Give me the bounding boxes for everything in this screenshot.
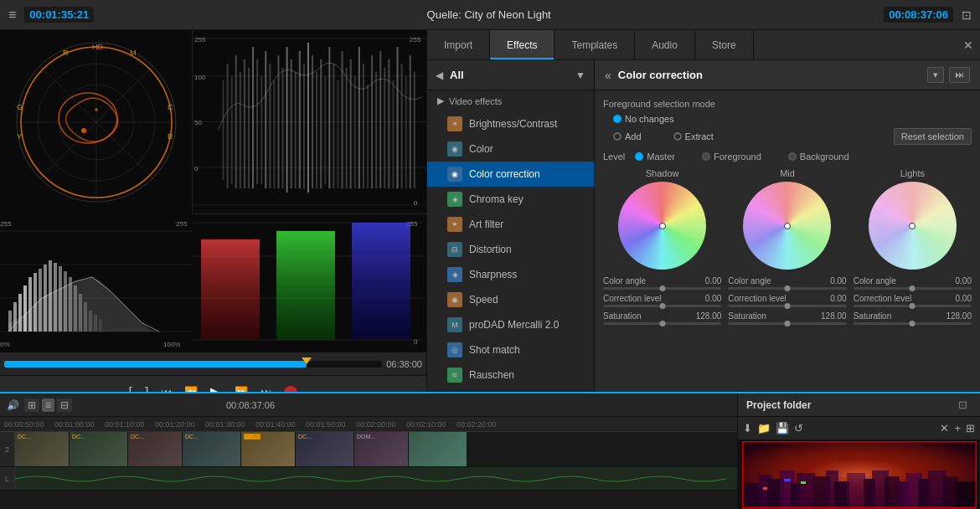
svg-rect-76 (414, 72, 415, 188)
mid-color-angle-slider[interactable] (728, 287, 846, 290)
back-button[interactable]: ◀ (436, 69, 443, 81)
clip-6[interactable]: DC... (296, 432, 354, 466)
timecode-left[interactable]: 00:01:35:21 (24, 7, 94, 23)
svg-rect-62 (354, 76, 356, 188)
svg-text:255: 255 (176, 220, 188, 228)
lights-angle-thumb (910, 285, 916, 291)
lights-correction-slider[interactable] (854, 305, 972, 307)
cc-skip-button[interactable]: ⏭ (949, 67, 970, 83)
view-grid-button[interactable]: ⊞ (24, 398, 39, 412)
mid-saturation-slider[interactable] (728, 322, 846, 325)
effect-item-shot-match[interactable]: ◎ Shot match (427, 337, 594, 362)
effect-item-speed[interactable]: ◉ Speed (427, 287, 594, 312)
shadow-saturation-slider[interactable] (603, 322, 721, 325)
tab-store[interactable]: Store (695, 30, 754, 59)
audio-icon[interactable]: 🔊 (7, 399, 19, 411)
svg-rect-98 (69, 277, 72, 332)
effect-item-chroma[interactable]: ◈ Chroma key (427, 187, 594, 212)
effect-item-art[interactable]: ✦ Art filter (427, 212, 594, 237)
hamburger-menu[interactable]: ≡ (8, 8, 16, 23)
no-changes-option[interactable]: No changes (613, 114, 674, 124)
mid-color-wheel[interactable] (743, 182, 831, 270)
effect-item-color-correction[interactable]: ◉ Color correction (427, 162, 594, 187)
svg-rect-90 (28, 277, 32, 332)
extract-option[interactable]: Extract (673, 131, 714, 141)
no-changes-radio[interactable] (613, 115, 622, 123)
svg-text:0%: 0% (0, 341, 10, 348)
view-list-button[interactable]: ≡ (42, 398, 54, 412)
effect-item-color[interactable]: ◉ Color (427, 136, 594, 162)
rgb-parade: 255 0 (193, 214, 426, 352)
effect-item-rauschen[interactable]: ≋ Rauschen (427, 362, 594, 388)
clip-4-label: DC... (185, 434, 199, 440)
background-dot[interactable] (788, 152, 797, 161)
shadow-color-angle-slider[interactable] (603, 287, 721, 290)
effect-item-brightness[interactable]: ☀ Brightness/Contrast (427, 111, 594, 136)
tab-audio[interactable]: Audio (635, 30, 695, 59)
foreground-option[interactable]: Foreground (702, 152, 761, 162)
svg-rect-92 (39, 269, 42, 332)
cc-back-icon[interactable]: « (605, 69, 611, 82)
timecode-right[interactable]: 00:08:37:06 (884, 7, 953, 23)
lights-wheel-container: Lights (854, 168, 972, 270)
foreground-dot[interactable] (702, 152, 710, 161)
color-correction-icon: ◉ (447, 167, 462, 182)
lights-color-wheel[interactable] (869, 182, 957, 270)
view-split-button[interactable]: ⊟ (57, 398, 72, 412)
svg-rect-126 (801, 481, 806, 484)
svg-text:HD: HD (92, 43, 103, 51)
download-icon[interactable]: ⬇ (743, 422, 752, 434)
close-icon[interactable]: ✕ (940, 422, 949, 434)
svg-rect-70 (388, 59, 389, 188)
effect-category-video[interactable]: ▶ Video effects (427, 90, 594, 111)
clip-1[interactable]: DC... (15, 432, 70, 466)
clip-5[interactable]: DC... (241, 432, 296, 466)
effect-item-sharpness[interactable]: ◈ Sharpness (427, 262, 594, 287)
art-icon: ✦ (447, 217, 462, 232)
cc-dropdown-button[interactable]: ▾ (927, 67, 944, 83)
shadow-correction-slider[interactable] (603, 305, 721, 307)
maximize-icon[interactable]: ⊡ (962, 8, 972, 22)
cc-content: Foreground selection mode No changes Add (595, 90, 980, 333)
background-option[interactable]: Background (788, 152, 849, 162)
refresh-icon[interactable]: ↺ (794, 422, 803, 434)
add-option[interactable]: Add (613, 131, 642, 141)
panel-close-icon[interactable]: ✕ (963, 39, 973, 52)
svg-rect-101 (84, 302, 87, 332)
lights-correction-thumb (910, 303, 916, 309)
progress-bar[interactable] (4, 361, 382, 368)
lights-color-angle-slider[interactable] (854, 287, 972, 290)
effect-item-distortion[interactable]: ⊟ Distortion (427, 237, 594, 262)
clip-4[interactable]: DC... (183, 432, 241, 466)
tab-templates[interactable]: Templates (554, 30, 635, 59)
clip-7[interactable]: DOM... (354, 432, 409, 466)
save-icon[interactable]: 💾 (776, 422, 789, 434)
effect-item-mercalli[interactable]: M proDAD Mercalli 2.0 (427, 312, 594, 337)
tab-effects[interactable]: Effects (490, 30, 554, 59)
lights-saturation-slider[interactable] (854, 322, 972, 325)
grid-view-icon[interactable]: ⊞ (966, 422, 975, 434)
waveform-display: 255 100 50 0 255 0 (193, 30, 426, 213)
folder-icon[interactable]: 📁 (757, 422, 771, 434)
clip-8[interactable] (409, 432, 467, 466)
mid-params: Color angle 0.00 Correction level 0.00 (728, 276, 846, 325)
svg-text:255: 255 (0, 220, 12, 228)
progress-marker (302, 357, 312, 364)
master-dot[interactable] (635, 152, 643, 161)
add-radio[interactable] (613, 132, 622, 141)
master-option[interactable]: Master (635, 152, 675, 162)
svg-rect-88 (18, 294, 22, 332)
mid-correction-slider[interactable] (728, 305, 846, 307)
shadow-color-wheel[interactable] (618, 182, 706, 270)
clip-3[interactable]: DC... (128, 432, 183, 466)
tab-import[interactable]: Import (427, 30, 490, 59)
effect-label-distortion: Distortion (469, 244, 512, 255)
clip-2[interactable]: DC... (70, 432, 128, 466)
svg-rect-52 (312, 55, 313, 188)
add-icon[interactable]: + (954, 422, 961, 434)
reset-selection-button[interactable]: Reset selection (894, 128, 972, 145)
ruler-mark-9: 00:02:10:00 (406, 420, 456, 429)
extract-radio[interactable] (673, 132, 682, 141)
dropdown-arrow-icon[interactable]: ▼ (575, 69, 585, 81)
expand-icon[interactable]: ⊡ (958, 398, 967, 411)
